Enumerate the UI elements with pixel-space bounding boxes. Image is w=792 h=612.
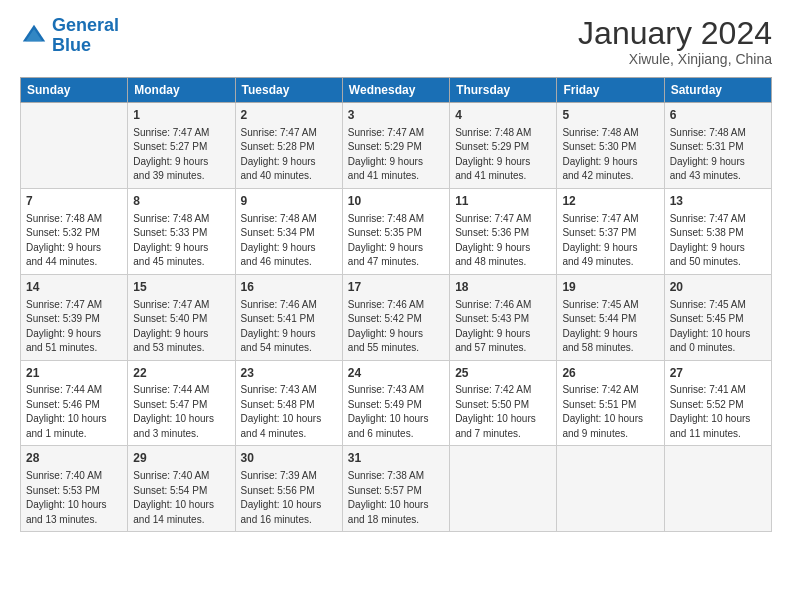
day-number: 17 [348, 279, 444, 296]
cell-content: Sunrise: 7:47 AMSunset: 5:40 PMDaylight:… [133, 298, 229, 356]
week-row-4: 28Sunrise: 7:40 AMSunset: 5:53 PMDayligh… [21, 446, 772, 532]
cell-content: Sunrise: 7:48 AMSunset: 5:31 PMDaylight:… [670, 126, 766, 184]
week-row-0: 1Sunrise: 7:47 AMSunset: 5:27 PMDaylight… [21, 103, 772, 189]
calendar-cell: 29Sunrise: 7:40 AMSunset: 5:54 PMDayligh… [128, 446, 235, 532]
calendar-cell: 22Sunrise: 7:44 AMSunset: 5:47 PMDayligh… [128, 360, 235, 446]
cell-content: Sunrise: 7:42 AMSunset: 5:50 PMDaylight:… [455, 383, 551, 441]
day-number: 14 [26, 279, 122, 296]
cell-content: Sunrise: 7:43 AMSunset: 5:49 PMDaylight:… [348, 383, 444, 441]
calendar-cell: 11Sunrise: 7:47 AMSunset: 5:36 PMDayligh… [450, 188, 557, 274]
cell-content: Sunrise: 7:44 AMSunset: 5:46 PMDaylight:… [26, 383, 122, 441]
subtitle: Xiwule, Xinjiang, China [578, 51, 772, 67]
cell-content: Sunrise: 7:48 AMSunset: 5:32 PMDaylight:… [26, 212, 122, 270]
calendar-cell: 8Sunrise: 7:48 AMSunset: 5:33 PMDaylight… [128, 188, 235, 274]
day-number: 15 [133, 279, 229, 296]
calendar-cell: 31Sunrise: 7:38 AMSunset: 5:57 PMDayligh… [342, 446, 449, 532]
cell-content: Sunrise: 7:47 AMSunset: 5:38 PMDaylight:… [670, 212, 766, 270]
day-number: 9 [241, 193, 337, 210]
page: General Blue January 2024 Xiwule, Xinjia… [0, 0, 792, 612]
day-number: 8 [133, 193, 229, 210]
day-number: 26 [562, 365, 658, 382]
week-row-1: 7Sunrise: 7:48 AMSunset: 5:32 PMDaylight… [21, 188, 772, 274]
calendar-cell: 2Sunrise: 7:47 AMSunset: 5:28 PMDaylight… [235, 103, 342, 189]
day-number: 11 [455, 193, 551, 210]
week-row-2: 14Sunrise: 7:47 AMSunset: 5:39 PMDayligh… [21, 274, 772, 360]
col-thursday: Thursday [450, 78, 557, 103]
day-number: 30 [241, 450, 337, 467]
cell-content: Sunrise: 7:46 AMSunset: 5:42 PMDaylight:… [348, 298, 444, 356]
calendar-cell: 26Sunrise: 7:42 AMSunset: 5:51 PMDayligh… [557, 360, 664, 446]
col-sunday: Sunday [21, 78, 128, 103]
cell-content: Sunrise: 7:47 AMSunset: 5:27 PMDaylight:… [133, 126, 229, 184]
col-monday: Monday [128, 78, 235, 103]
cell-content: Sunrise: 7:40 AMSunset: 5:53 PMDaylight:… [26, 469, 122, 527]
calendar-cell: 14Sunrise: 7:47 AMSunset: 5:39 PMDayligh… [21, 274, 128, 360]
cell-content: Sunrise: 7:42 AMSunset: 5:51 PMDaylight:… [562, 383, 658, 441]
calendar-cell: 24Sunrise: 7:43 AMSunset: 5:49 PMDayligh… [342, 360, 449, 446]
day-number: 10 [348, 193, 444, 210]
day-number: 7 [26, 193, 122, 210]
calendar-cell: 18Sunrise: 7:46 AMSunset: 5:43 PMDayligh… [450, 274, 557, 360]
cell-content: Sunrise: 7:48 AMSunset: 5:34 PMDaylight:… [241, 212, 337, 270]
logo: General Blue [20, 16, 119, 56]
day-number: 28 [26, 450, 122, 467]
cell-content: Sunrise: 7:47 AMSunset: 5:29 PMDaylight:… [348, 126, 444, 184]
cell-content: Sunrise: 7:48 AMSunset: 5:33 PMDaylight:… [133, 212, 229, 270]
col-saturday: Saturday [664, 78, 771, 103]
cell-content: Sunrise: 7:43 AMSunset: 5:48 PMDaylight:… [241, 383, 337, 441]
cell-content: Sunrise: 7:47 AMSunset: 5:37 PMDaylight:… [562, 212, 658, 270]
calendar-cell [557, 446, 664, 532]
title-block: January 2024 Xiwule, Xinjiang, China [578, 16, 772, 67]
day-number: 3 [348, 107, 444, 124]
cell-content: Sunrise: 7:41 AMSunset: 5:52 PMDaylight:… [670, 383, 766, 441]
calendar-cell: 15Sunrise: 7:47 AMSunset: 5:40 PMDayligh… [128, 274, 235, 360]
calendar-cell: 4Sunrise: 7:48 AMSunset: 5:29 PMDaylight… [450, 103, 557, 189]
cell-content: Sunrise: 7:46 AMSunset: 5:43 PMDaylight:… [455, 298, 551, 356]
col-tuesday: Tuesday [235, 78, 342, 103]
day-number: 29 [133, 450, 229, 467]
day-number: 16 [241, 279, 337, 296]
day-number: 27 [670, 365, 766, 382]
cell-content: Sunrise: 7:44 AMSunset: 5:47 PMDaylight:… [133, 383, 229, 441]
calendar-cell: 7Sunrise: 7:48 AMSunset: 5:32 PMDaylight… [21, 188, 128, 274]
day-number: 20 [670, 279, 766, 296]
day-number: 13 [670, 193, 766, 210]
cell-content: Sunrise: 7:45 AMSunset: 5:44 PMDaylight:… [562, 298, 658, 356]
calendar-cell [450, 446, 557, 532]
calendar-cell: 19Sunrise: 7:45 AMSunset: 5:44 PMDayligh… [557, 274, 664, 360]
day-number: 25 [455, 365, 551, 382]
calendar-cell: 25Sunrise: 7:42 AMSunset: 5:50 PMDayligh… [450, 360, 557, 446]
cell-content: Sunrise: 7:48 AMSunset: 5:29 PMDaylight:… [455, 126, 551, 184]
calendar-cell [21, 103, 128, 189]
calendar-cell: 6Sunrise: 7:48 AMSunset: 5:31 PMDaylight… [664, 103, 771, 189]
cell-content: Sunrise: 7:47 AMSunset: 5:36 PMDaylight:… [455, 212, 551, 270]
day-number: 23 [241, 365, 337, 382]
cell-content: Sunrise: 7:39 AMSunset: 5:56 PMDaylight:… [241, 469, 337, 527]
calendar-cell: 13Sunrise: 7:47 AMSunset: 5:38 PMDayligh… [664, 188, 771, 274]
logo-icon [20, 22, 48, 50]
cell-content: Sunrise: 7:47 AMSunset: 5:39 PMDaylight:… [26, 298, 122, 356]
day-number: 19 [562, 279, 658, 296]
week-row-3: 21Sunrise: 7:44 AMSunset: 5:46 PMDayligh… [21, 360, 772, 446]
calendar-cell: 17Sunrise: 7:46 AMSunset: 5:42 PMDayligh… [342, 274, 449, 360]
day-number: 24 [348, 365, 444, 382]
logo-line2: Blue [52, 35, 91, 55]
calendar-cell: 21Sunrise: 7:44 AMSunset: 5:46 PMDayligh… [21, 360, 128, 446]
calendar-cell: 1Sunrise: 7:47 AMSunset: 5:27 PMDaylight… [128, 103, 235, 189]
calendar-cell [664, 446, 771, 532]
day-number: 4 [455, 107, 551, 124]
day-number: 18 [455, 279, 551, 296]
calendar-cell: 20Sunrise: 7:45 AMSunset: 5:45 PMDayligh… [664, 274, 771, 360]
calendar-cell: 9Sunrise: 7:48 AMSunset: 5:34 PMDaylight… [235, 188, 342, 274]
day-number: 6 [670, 107, 766, 124]
day-number: 1 [133, 107, 229, 124]
calendar-cell: 23Sunrise: 7:43 AMSunset: 5:48 PMDayligh… [235, 360, 342, 446]
calendar-cell: 16Sunrise: 7:46 AMSunset: 5:41 PMDayligh… [235, 274, 342, 360]
day-number: 12 [562, 193, 658, 210]
day-number: 5 [562, 107, 658, 124]
cell-content: Sunrise: 7:47 AMSunset: 5:28 PMDaylight:… [241, 126, 337, 184]
cell-content: Sunrise: 7:40 AMSunset: 5:54 PMDaylight:… [133, 469, 229, 527]
calendar-cell: 10Sunrise: 7:48 AMSunset: 5:35 PMDayligh… [342, 188, 449, 274]
cell-content: Sunrise: 7:45 AMSunset: 5:45 PMDaylight:… [670, 298, 766, 356]
cell-content: Sunrise: 7:48 AMSunset: 5:30 PMDaylight:… [562, 126, 658, 184]
